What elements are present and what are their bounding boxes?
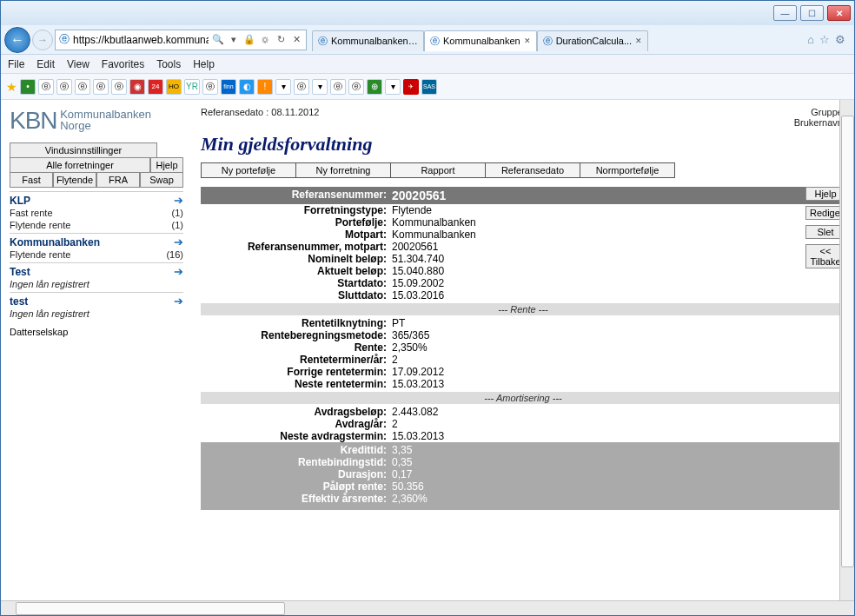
refresh-icon[interactable]: ↻ xyxy=(275,34,287,46)
vertical-scrollbar[interactable] xyxy=(839,100,854,600)
close-tab-icon[interactable]: ✕ xyxy=(524,36,531,45)
ref-value: 20020561 xyxy=(392,189,446,202)
alle-forretninger-button[interactable]: Alle forretninger xyxy=(10,157,150,173)
side-tab-fra[interactable]: FRA xyxy=(96,172,140,188)
home-icon[interactable]: ⌂ xyxy=(807,33,814,46)
menu-edit[interactable]: Edit xyxy=(36,58,55,70)
field-value: 20020561 xyxy=(392,241,438,253)
field-label: Rentetilknytning: xyxy=(201,317,392,329)
favorites-icon[interactable]: ☆ xyxy=(819,33,830,46)
vindus-button[interactable]: Vindusinnstillinger xyxy=(10,142,157,158)
side-section-name[interactable]: Test xyxy=(10,266,30,278)
minimize-button[interactable]: — xyxy=(773,5,797,21)
url-input[interactable] xyxy=(73,34,209,46)
side-tab-flytende[interactable]: Flytende xyxy=(53,172,96,188)
side-line-text[interactable]: Flytende rente xyxy=(10,220,70,230)
datterselskap-link[interactable]: Datterselskap xyxy=(10,327,183,337)
main-button[interactable]: Normportefølje xyxy=(580,162,675,178)
lock-icon: 🔒 xyxy=(243,34,255,46)
bookmark-item[interactable]: ◉ xyxy=(129,79,145,95)
close-button[interactable]: ✕ xyxy=(827,5,851,21)
main-button[interactable]: Ny forretning xyxy=(295,162,391,178)
field-value: PT xyxy=(392,317,405,329)
bookmark-item[interactable]: ⊕ xyxy=(367,79,382,95)
content-area: KBN Kommunalbanken Norge Vindusinnstilli… xyxy=(1,100,854,600)
ref-label: Referansenummer: xyxy=(201,189,392,202)
bookmark-item[interactable]: HO xyxy=(166,79,182,95)
address-bar[interactable]: ⓔ 🔍 ▾ 🔒 ⛭ ↻ ✕ xyxy=(55,30,307,50)
side-tab-swap[interactable]: Swap xyxy=(140,172,183,188)
bookmark-item[interactable]: • xyxy=(20,79,36,95)
bookmark-item[interactable]: ⓔ xyxy=(330,79,346,95)
side-line-text[interactable]: Flytende rente xyxy=(10,249,70,260)
tools-icon[interactable]: ⚙ xyxy=(835,33,845,46)
field-label: Referansenummer, motpart: xyxy=(201,241,392,253)
bookmark-item[interactable]: ▾ xyxy=(385,79,401,95)
arrow-right-icon[interactable]: ➔ xyxy=(174,235,183,248)
ie-icon: ⓔ xyxy=(59,32,70,47)
bookmark-item[interactable]: ⓔ xyxy=(38,79,54,95)
side-line-count: (16) xyxy=(159,249,183,260)
bookmark-item[interactable]: ! xyxy=(257,79,273,95)
menu-tools[interactable]: Tools xyxy=(156,58,181,70)
side-line-text[interactable]: Ingen lån registrert xyxy=(10,279,89,289)
horizontal-scrollbar[interactable] xyxy=(1,600,854,615)
bookmark-item[interactable]: ▾ xyxy=(275,79,291,95)
dropdown-icon[interactable]: ▾ xyxy=(228,34,240,46)
bookmark-item[interactable]: YR xyxy=(184,79,200,95)
bookmark-item[interactable]: ⓔ xyxy=(348,79,364,95)
side-section-name[interactable]: test xyxy=(10,295,28,308)
arrow-right-icon[interactable]: ➔ xyxy=(174,194,183,207)
field-label: Renteberegningsmetode: xyxy=(201,329,392,341)
bookmark-item[interactable]: ⓔ xyxy=(111,79,127,95)
browser-tab[interactable]: ⓔKommunalbanken ... xyxy=(312,30,424,51)
side-section-name[interactable]: KLP xyxy=(10,195,30,207)
field-value: 51.304.740 xyxy=(392,253,444,265)
search-icon[interactable]: 🔍 xyxy=(212,34,224,46)
field-value: 2 xyxy=(392,418,398,430)
browser-tab[interactable]: ⓔKommunalbanken✕ xyxy=(424,30,537,51)
stop-icon[interactable]: ✕ xyxy=(290,34,302,46)
bookmark-item[interactable]: ⓔ xyxy=(93,79,109,95)
bookmark-item[interactable]: ⓔ xyxy=(202,79,218,95)
bookmark-item[interactable]: ⓔ xyxy=(75,79,90,95)
arrow-right-icon[interactable]: ➔ xyxy=(174,265,183,278)
logo-brand: KBN xyxy=(10,107,57,134)
bookmark-item[interactable]: SAS xyxy=(421,79,437,95)
hjelp-button[interactable]: Hjelp xyxy=(150,157,183,173)
menu-view[interactable]: View xyxy=(67,58,89,70)
back-button[interactable]: ← xyxy=(4,27,30,53)
side-section-name[interactable]: Kommunalbanken xyxy=(10,236,100,248)
arrow-right-icon[interactable]: ➔ xyxy=(174,295,183,308)
compat-icon[interactable]: ⛭ xyxy=(259,34,271,46)
bookmark-item[interactable]: finn xyxy=(221,79,236,95)
bookmark-item[interactable]: ◐ xyxy=(239,79,255,95)
bookmark-item[interactable]: ▾ xyxy=(312,79,328,95)
forward-button[interactable]: → xyxy=(32,30,53,50)
bookmark-item[interactable]: ⓔ xyxy=(294,79,309,95)
field-value: Kommunalbanken xyxy=(392,216,476,229)
menu-help[interactable]: Help xyxy=(193,58,215,70)
field-value: 15.09.2002 xyxy=(392,277,444,289)
main-button[interactable]: Referansedato xyxy=(485,162,580,178)
bookmark-bar: ★ • ⓔ ⓔ ⓔ ⓔ ⓔ ◉ 24 HO YR ⓔ finn ◐ ! ▾ ⓔ … xyxy=(1,74,854,100)
field-label: Sluttdato: xyxy=(201,289,392,301)
main-button[interactable]: Rapport xyxy=(390,162,486,178)
menu-file[interactable]: File xyxy=(8,58,24,70)
bookmark-item[interactable]: ✈ xyxy=(403,79,419,95)
field-value: 17.09.2012 xyxy=(392,366,444,378)
side-tab-fast[interactable]: Fast xyxy=(10,172,53,188)
field-value: 50.356 xyxy=(392,480,424,493)
browser-tab[interactable]: ⓔDurationCalcula...✕ xyxy=(537,30,648,51)
menu-favorites[interactable]: Favorites xyxy=(102,58,144,70)
field-value: Flytende xyxy=(392,204,432,216)
main-button[interactable]: Ny portefølje xyxy=(201,162,296,178)
side-line-text[interactable]: Ingen lån registrert xyxy=(10,308,89,319)
field-value: 2,350% xyxy=(392,341,428,354)
close-tab-icon[interactable]: ✕ xyxy=(635,36,642,45)
favorites-star-icon[interactable]: ★ xyxy=(6,80,17,94)
bookmark-item[interactable]: 24 xyxy=(148,79,163,95)
bookmark-item[interactable]: ⓔ xyxy=(56,79,72,95)
maximize-button[interactable]: ☐ xyxy=(800,5,824,21)
side-line-text[interactable]: Fast rente xyxy=(10,208,53,218)
